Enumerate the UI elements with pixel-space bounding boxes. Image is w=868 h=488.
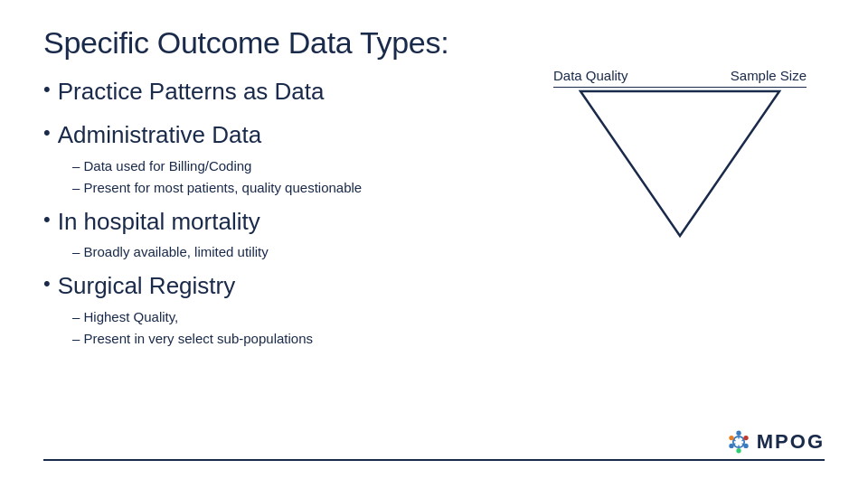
svg-point-7 [729, 444, 733, 448]
svg-point-3 [736, 431, 741, 436]
svg-point-5 [743, 444, 748, 448]
logo-area: MPOG [724, 427, 825, 456]
left-column: • Practice Patterns as Data • Administra… [43, 77, 535, 358]
svg-line-10 [741, 439, 743, 441]
bullet-dot: • [43, 77, 51, 103]
slide-title: Specific Outcome Data Types: [43, 25, 825, 61]
bullet-item-mortality: • In hospital mortality [43, 207, 535, 238]
sub-bullet-highest: Highest Quality, [72, 307, 535, 326]
bottom-divider [43, 459, 825, 461]
svg-line-13 [733, 444, 735, 445]
sub-bullet-billing: Data used for Billing/Coding [72, 156, 535, 175]
svg-marker-1 [580, 91, 779, 236]
bullet-item-practice-patterns: • Practice Patterns as Data [43, 77, 535, 108]
bullet-text-administrative: Administrative Data [58, 120, 261, 151]
bullet-dot-3: • [43, 207, 51, 233]
diagram-area: Data Quality Sample Size [544, 68, 816, 249]
logo-text: MPOG [757, 430, 825, 454]
diagram-label-data-quality: Data Quality [553, 68, 628, 83]
bullet-group-practice-patterns: • Practice Patterns as Data [43, 77, 535, 113]
sub-bullet-present: Present for most patients, quality quest… [72, 178, 535, 197]
bullet-group-surgical: • Surgical Registry Highest Quality, Pre… [43, 271, 535, 351]
bullet-dot-2: • [43, 120, 51, 146]
triangle-diagram [553, 87, 807, 249]
slide: Specific Outcome Data Types: • Practice … [0, 0, 868, 488]
sub-bullet-present-select: Present in very select sub-populations [72, 329, 535, 348]
bullet-item-administrative: • Administrative Data [43, 120, 535, 151]
bullet-text-mortality: In hospital mortality [58, 207, 260, 238]
bullet-text-practice-patterns: Practice Patterns as Data [58, 77, 325, 108]
right-column-diagram: Data Quality Sample Size [535, 77, 825, 358]
sub-bullet-broadly: Broadly available, limited utility [72, 242, 535, 261]
mpog-logo-icon [724, 427, 753, 456]
bullet-dot-4: • [43, 271, 51, 297]
bullet-group-administrative: • Administrative Data Data used for Bill… [43, 120, 535, 200]
bullet-group-mortality: • In hospital mortality Broadly availabl… [43, 207, 535, 265]
svg-line-14 [733, 439, 735, 441]
svg-point-8 [729, 436, 733, 440]
content-area: • Practice Patterns as Data • Administra… [43, 77, 825, 358]
svg-line-11 [741, 444, 743, 445]
svg-point-6 [736, 448, 741, 453]
svg-point-4 [743, 436, 748, 440]
diagram-label-sample-size: Sample Size [731, 68, 807, 83]
diagram-labels: Data Quality Sample Size [544, 68, 816, 83]
bullet-item-surgical: • Surgical Registry [43, 271, 535, 302]
bullet-text-surgical: Surgical Registry [58, 271, 236, 302]
